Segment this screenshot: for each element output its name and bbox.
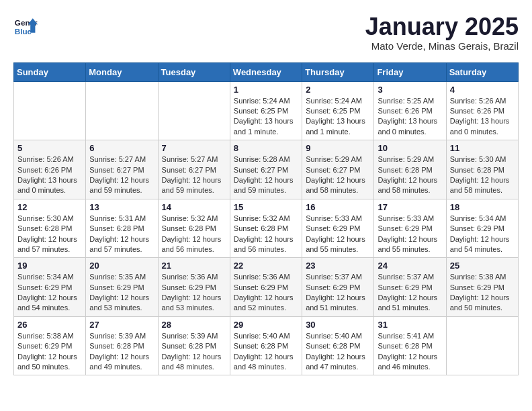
day-info: Sunrise: 5:24 AM Sunset: 6:25 PM Dayligh… (234, 96, 298, 138)
day-cell-14: 14Sunrise: 5:32 AM Sunset: 6:28 PM Dayli… (158, 199, 230, 258)
day-info: Sunrise: 5:41 AM Sunset: 6:28 PM Dayligh… (378, 331, 442, 373)
day-cell-6: 6Sunrise: 5:27 AM Sunset: 6:27 PM Daylig… (86, 140, 158, 199)
day-info: Sunrise: 5:24 AM Sunset: 6:25 PM Dayligh… (306, 96, 370, 138)
day-cell-10: 10Sunrise: 5:29 AM Sunset: 6:28 PM Dayli… (374, 140, 446, 199)
day-cell-31: 31Sunrise: 5:41 AM Sunset: 6:28 PM Dayli… (374, 316, 446, 375)
day-number: 18 (450, 202, 515, 212)
day-number: 22 (234, 261, 298, 271)
week-row-1: 1Sunrise: 5:24 AM Sunset: 6:25 PM Daylig… (14, 81, 519, 140)
day-number: 13 (89, 202, 154, 212)
day-number: 11 (450, 143, 515, 153)
day-info: Sunrise: 5:40 AM Sunset: 6:28 PM Dayligh… (306, 331, 370, 373)
empty-cell (446, 316, 518, 375)
weekday-header-wednesday: Wednesday (230, 62, 302, 81)
day-cell-4: 4Sunrise: 5:26 AM Sunset: 6:26 PM Daylig… (446, 81, 518, 140)
day-number: 3 (378, 85, 442, 95)
day-cell-17: 17Sunrise: 5:33 AM Sunset: 6:29 PM Dayli… (374, 199, 446, 258)
empty-cell (14, 81, 86, 140)
day-number: 9 (306, 143, 370, 153)
day-cell-28: 28Sunrise: 5:39 AM Sunset: 6:28 PM Dayli… (158, 316, 230, 375)
day-cell-27: 27Sunrise: 5:39 AM Sunset: 6:28 PM Dayli… (86, 316, 158, 375)
day-info: Sunrise: 5:29 AM Sunset: 6:28 PM Dayligh… (378, 154, 442, 196)
weekday-header-monday: Monday (86, 62, 158, 81)
day-cell-29: 29Sunrise: 5:40 AM Sunset: 6:28 PM Dayli… (230, 316, 302, 375)
day-info: Sunrise: 5:27 AM Sunset: 6:27 PM Dayligh… (162, 154, 226, 196)
day-cell-15: 15Sunrise: 5:32 AM Sunset: 6:28 PM Dayli… (230, 199, 302, 258)
day-number: 1 (234, 85, 298, 95)
day-info: Sunrise: 5:30 AM Sunset: 6:28 PM Dayligh… (450, 154, 515, 196)
day-number: 6 (89, 143, 154, 153)
day-number: 14 (162, 202, 226, 212)
day-cell-16: 16Sunrise: 5:33 AM Sunset: 6:29 PM Dayli… (302, 199, 374, 258)
day-number: 8 (234, 143, 298, 153)
day-info: Sunrise: 5:26 AM Sunset: 6:26 PM Dayligh… (450, 96, 515, 138)
day-info: Sunrise: 5:32 AM Sunset: 6:28 PM Dayligh… (234, 214, 298, 255)
day-info: Sunrise: 5:36 AM Sunset: 6:29 PM Dayligh… (234, 272, 298, 314)
day-number: 28 (162, 320, 226, 330)
day-number: 4 (450, 85, 515, 95)
day-cell-26: 26Sunrise: 5:38 AM Sunset: 6:29 PM Dayli… (14, 316, 86, 375)
logo: General Blue (13, 13, 38, 38)
weekday-header-friday: Friday (374, 62, 446, 81)
day-cell-7: 7Sunrise: 5:27 AM Sunset: 6:27 PM Daylig… (158, 140, 230, 199)
day-cell-8: 8Sunrise: 5:28 AM Sunset: 6:27 PM Daylig… (230, 140, 302, 199)
day-number: 20 (89, 261, 154, 271)
day-cell-20: 20Sunrise: 5:35 AM Sunset: 6:29 PM Dayli… (86, 258, 158, 317)
day-info: Sunrise: 5:36 AM Sunset: 6:29 PM Dayligh… (162, 272, 226, 314)
logo-icon: General Blue (13, 13, 38, 38)
calendar-subtitle: Mato Verde, Minas Gerais, Brazil (365, 40, 519, 52)
day-cell-22: 22Sunrise: 5:36 AM Sunset: 6:29 PM Dayli… (230, 258, 302, 317)
svg-text:Blue: Blue (15, 27, 32, 36)
day-number: 2 (306, 85, 370, 95)
weekday-header-sunday: Sunday (14, 62, 86, 81)
day-number: 29 (234, 320, 298, 330)
title-block: January 2025 Mato Verde, Minas Gerais, B… (365, 13, 519, 52)
day-number: 15 (234, 202, 298, 212)
day-cell-1: 1Sunrise: 5:24 AM Sunset: 6:25 PM Daylig… (230, 81, 302, 140)
day-number: 12 (17, 202, 82, 212)
calendar-table: SundayMondayTuesdayWednesdayThursdayFrid… (13, 62, 519, 376)
empty-cell (158, 81, 230, 140)
day-info: Sunrise: 5:25 AM Sunset: 6:26 PM Dayligh… (378, 96, 442, 138)
day-number: 25 (450, 261, 515, 271)
day-cell-2: 2Sunrise: 5:24 AM Sunset: 6:25 PM Daylig… (302, 81, 374, 140)
day-cell-25: 25Sunrise: 5:38 AM Sunset: 6:29 PM Dayli… (446, 258, 518, 317)
day-info: Sunrise: 5:34 AM Sunset: 6:29 PM Dayligh… (17, 272, 82, 314)
page-header: General Blue January 2025 Mato Verde, Mi… (13, 13, 519, 52)
day-number: 10 (378, 143, 442, 153)
day-cell-23: 23Sunrise: 5:37 AM Sunset: 6:29 PM Dayli… (302, 258, 374, 317)
day-info: Sunrise: 5:39 AM Sunset: 6:28 PM Dayligh… (162, 331, 226, 373)
day-number: 19 (17, 261, 82, 271)
weekday-header-saturday: Saturday (446, 62, 518, 81)
day-number: 23 (306, 261, 370, 271)
day-number: 17 (378, 202, 442, 212)
week-row-4: 19Sunrise: 5:34 AM Sunset: 6:29 PM Dayli… (14, 258, 519, 317)
weekday-header-thursday: Thursday (302, 62, 374, 81)
day-cell-5: 5Sunrise: 5:26 AM Sunset: 6:26 PM Daylig… (14, 140, 86, 199)
day-info: Sunrise: 5:30 AM Sunset: 6:28 PM Dayligh… (17, 214, 82, 255)
empty-cell (86, 81, 158, 140)
day-info: Sunrise: 5:27 AM Sunset: 6:27 PM Dayligh… (89, 154, 154, 196)
day-info: Sunrise: 5:37 AM Sunset: 6:29 PM Dayligh… (378, 272, 442, 314)
day-cell-11: 11Sunrise: 5:30 AM Sunset: 6:28 PM Dayli… (446, 140, 518, 199)
day-info: Sunrise: 5:35 AM Sunset: 6:29 PM Dayligh… (89, 272, 154, 314)
day-cell-12: 12Sunrise: 5:30 AM Sunset: 6:28 PM Dayli… (14, 199, 86, 258)
day-info: Sunrise: 5:38 AM Sunset: 6:29 PM Dayligh… (450, 272, 515, 314)
week-row-3: 12Sunrise: 5:30 AM Sunset: 6:28 PM Dayli… (14, 199, 519, 258)
day-number: 7 (162, 143, 226, 153)
day-cell-3: 3Sunrise: 5:25 AM Sunset: 6:26 PM Daylig… (374, 81, 446, 140)
day-number: 16 (306, 202, 370, 212)
week-row-2: 5Sunrise: 5:26 AM Sunset: 6:26 PM Daylig… (14, 140, 519, 199)
day-info: Sunrise: 5:39 AM Sunset: 6:28 PM Dayligh… (89, 331, 154, 373)
day-info: Sunrise: 5:34 AM Sunset: 6:29 PM Dayligh… (450, 214, 515, 255)
day-number: 21 (162, 261, 226, 271)
day-info: Sunrise: 5:32 AM Sunset: 6:28 PM Dayligh… (162, 214, 226, 255)
day-cell-21: 21Sunrise: 5:36 AM Sunset: 6:29 PM Dayli… (158, 258, 230, 317)
day-info: Sunrise: 5:29 AM Sunset: 6:27 PM Dayligh… (306, 154, 370, 196)
day-cell-19: 19Sunrise: 5:34 AM Sunset: 6:29 PM Dayli… (14, 258, 86, 317)
day-number: 24 (378, 261, 442, 271)
day-number: 31 (378, 320, 442, 330)
day-number: 26 (17, 320, 82, 330)
day-info: Sunrise: 5:38 AM Sunset: 6:29 PM Dayligh… (17, 331, 82, 373)
day-info: Sunrise: 5:37 AM Sunset: 6:29 PM Dayligh… (306, 272, 370, 314)
